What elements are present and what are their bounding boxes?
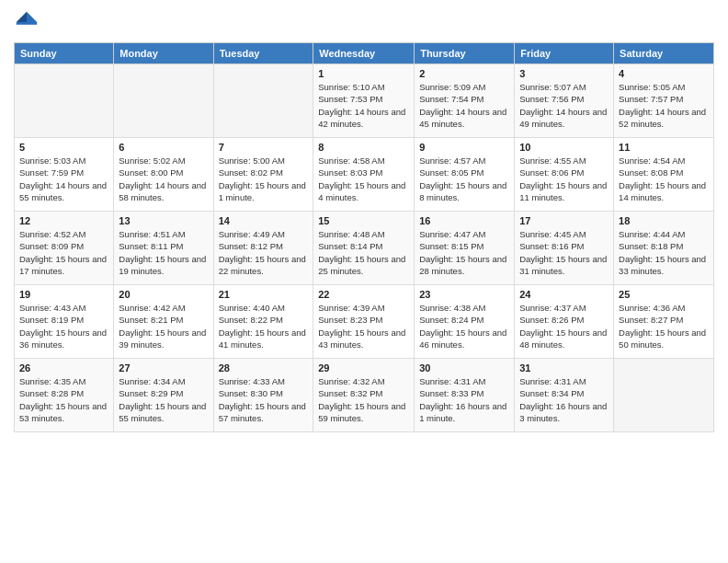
day-info: Sunrise: 4:42 AMSunset: 8:21 PMDaylight:… (119, 302, 208, 350)
weekday-header-friday: Friday (515, 43, 614, 64)
weekday-header-sunday: Sunday (15, 43, 114, 64)
day-number: 10 (519, 142, 609, 153)
svg-marker-1 (17, 12, 27, 22)
day-info: Sunrise: 4:37 AMSunset: 8:26 PMDaylight:… (519, 302, 609, 350)
calendar-cell: 20Sunrise: 4:42 AMSunset: 8:21 PMDayligh… (114, 285, 213, 359)
day-number: 23 (419, 289, 509, 300)
day-number: 15 (318, 215, 409, 226)
day-number: 3 (519, 68, 609, 79)
calendar-cell: 10Sunrise: 4:55 AMSunset: 8:06 PMDayligh… (515, 138, 614, 212)
day-number: 20 (119, 289, 208, 300)
day-info: Sunrise: 4:40 AMSunset: 8:22 PMDaylight:… (219, 302, 309, 350)
calendar-cell: 21Sunrise: 4:40 AMSunset: 8:22 PMDayligh… (213, 285, 313, 359)
day-number: 17 (519, 215, 609, 226)
calendar-cell: 14Sunrise: 4:49 AMSunset: 8:12 PMDayligh… (213, 212, 313, 285)
svg-marker-0 (27, 12, 37, 22)
day-info: Sunrise: 5:09 AMSunset: 7:54 PMDaylight:… (419, 81, 509, 130)
weekday-header-wednesday: Wednesday (313, 43, 415, 64)
page: SundayMondayTuesdayWednesdayThursdayFrid… (0, 0, 728, 563)
calendar-cell: 13Sunrise: 4:51 AMSunset: 8:11 PMDayligh… (114, 212, 213, 285)
day-info: Sunrise: 5:00 AMSunset: 8:02 PMDaylight:… (219, 155, 309, 203)
day-number: 18 (619, 215, 709, 226)
day-info: Sunrise: 4:33 AMSunset: 8:30 PMDaylight:… (219, 375, 309, 424)
calendar-cell: 25Sunrise: 4:36 AMSunset: 8:27 PMDayligh… (614, 285, 714, 359)
day-number: 12 (19, 215, 108, 226)
day-info: Sunrise: 5:03 AMSunset: 7:59 PMDaylight:… (19, 155, 108, 203)
calendar-cell (114, 64, 213, 138)
calendar-cell: 29Sunrise: 4:32 AMSunset: 8:32 PMDayligh… (313, 359, 415, 432)
day-info: Sunrise: 4:54 AMSunset: 8:08 PMDaylight:… (619, 155, 709, 203)
day-number: 31 (519, 362, 609, 373)
calendar-cell: 22Sunrise: 4:39 AMSunset: 8:23 PMDayligh… (313, 285, 415, 359)
day-info: Sunrise: 5:05 AMSunset: 7:57 PMDaylight:… (619, 81, 709, 130)
calendar-cell: 23Sunrise: 4:38 AMSunset: 8:24 PMDayligh… (415, 285, 515, 359)
calendar-cell: 15Sunrise: 4:48 AMSunset: 8:14 PMDayligh… (313, 212, 415, 285)
day-number: 26 (19, 362, 108, 373)
day-number: 24 (519, 289, 609, 300)
day-number: 2 (419, 68, 509, 79)
day-info: Sunrise: 4:45 AMSunset: 8:16 PMDaylight:… (519, 228, 609, 277)
weekday-header-monday: Monday (114, 43, 213, 64)
day-number: 22 (318, 289, 409, 300)
day-info: Sunrise: 4:34 AMSunset: 8:29 PMDaylight:… (119, 375, 208, 424)
day-info: Sunrise: 4:52 AMSunset: 8:09 PMDaylight:… (19, 228, 108, 277)
calendar-cell: 24Sunrise: 4:37 AMSunset: 8:26 PMDayligh… (515, 285, 614, 359)
day-info: Sunrise: 4:38 AMSunset: 8:24 PMDaylight:… (419, 302, 509, 350)
day-number: 14 (219, 215, 309, 226)
calendar-cell: 7Sunrise: 5:00 AMSunset: 8:02 PMDaylight… (213, 138, 313, 212)
day-number: 28 (219, 362, 309, 373)
day-number: 13 (119, 215, 208, 226)
day-number: 1 (318, 68, 409, 79)
day-number: 8 (318, 142, 409, 153)
calendar-cell: 26Sunrise: 4:35 AMSunset: 8:28 PMDayligh… (15, 359, 114, 432)
day-info: Sunrise: 5:10 AMSunset: 7:53 PMDaylight:… (318, 81, 409, 130)
day-number: 9 (419, 142, 509, 153)
day-info: Sunrise: 5:07 AMSunset: 7:56 PMDaylight:… (519, 81, 609, 130)
day-number: 11 (619, 142, 709, 153)
day-info: Sunrise: 4:35 AMSunset: 8:28 PMDaylight:… (19, 375, 108, 424)
calendar-cell: 30Sunrise: 4:31 AMSunset: 8:33 PMDayligh… (415, 359, 515, 432)
calendar-header-row: SundayMondayTuesdayWednesdayThursdayFrid… (15, 43, 714, 64)
day-info: Sunrise: 4:58 AMSunset: 8:03 PMDaylight:… (318, 155, 409, 203)
header (14, 9, 714, 35)
day-info: Sunrise: 4:31 AMSunset: 8:33 PMDaylight:… (419, 375, 509, 424)
calendar-cell: 16Sunrise: 4:47 AMSunset: 8:15 PMDayligh… (415, 212, 515, 285)
day-number: 29 (318, 362, 409, 373)
day-info: Sunrise: 4:51 AMSunset: 8:11 PMDaylight:… (119, 228, 208, 277)
calendar-cell: 27Sunrise: 4:34 AMSunset: 8:29 PMDayligh… (114, 359, 213, 432)
calendar-cell: 5Sunrise: 5:03 AMSunset: 7:59 PMDaylight… (15, 138, 114, 212)
day-info: Sunrise: 4:36 AMSunset: 8:27 PMDaylight:… (619, 302, 709, 350)
day-info: Sunrise: 4:48 AMSunset: 8:14 PMDaylight:… (318, 228, 409, 277)
calendar-cell: 17Sunrise: 4:45 AMSunset: 8:16 PMDayligh… (515, 212, 614, 285)
day-number: 4 (619, 68, 709, 79)
calendar-cell (15, 64, 114, 138)
day-number: 30 (419, 362, 509, 373)
calendar-cell (614, 359, 714, 432)
calendar-cell: 9Sunrise: 4:57 AMSunset: 8:05 PMDaylight… (415, 138, 515, 212)
calendar-week-1: 1Sunrise: 5:10 AMSunset: 7:53 PMDaylight… (15, 64, 714, 138)
day-number: 27 (119, 362, 208, 373)
day-info: Sunrise: 4:49 AMSunset: 8:12 PMDaylight:… (219, 228, 309, 277)
logo (14, 9, 43, 35)
logo-icon (14, 9, 40, 35)
calendar-cell: 18Sunrise: 4:44 AMSunset: 8:18 PMDayligh… (614, 212, 714, 285)
calendar-cell: 4Sunrise: 5:05 AMSunset: 7:57 PMDaylight… (614, 64, 714, 138)
calendar-week-2: 5Sunrise: 5:03 AMSunset: 7:59 PMDaylight… (15, 138, 714, 212)
calendar-cell: 6Sunrise: 5:02 AMSunset: 8:00 PMDaylight… (114, 138, 213, 212)
calendar-cell (213, 64, 313, 138)
day-number: 16 (419, 215, 509, 226)
calendar-week-3: 12Sunrise: 4:52 AMSunset: 8:09 PMDayligh… (15, 212, 714, 285)
weekday-header-saturday: Saturday (614, 43, 714, 64)
day-number: 19 (19, 289, 108, 300)
svg-rect-2 (17, 22, 37, 25)
day-number: 5 (19, 142, 108, 153)
day-info: Sunrise: 4:47 AMSunset: 8:15 PMDaylight:… (419, 228, 509, 277)
day-info: Sunrise: 4:55 AMSunset: 8:06 PMDaylight:… (519, 155, 609, 203)
day-number: 6 (119, 142, 208, 153)
weekday-header-thursday: Thursday (415, 43, 515, 64)
day-info: Sunrise: 4:43 AMSunset: 8:19 PMDaylight:… (19, 302, 108, 350)
calendar-cell: 8Sunrise: 4:58 AMSunset: 8:03 PMDaylight… (313, 138, 415, 212)
day-info: Sunrise: 5:02 AMSunset: 8:00 PMDaylight:… (119, 155, 208, 203)
calendar-cell: 19Sunrise: 4:43 AMSunset: 8:19 PMDayligh… (15, 285, 114, 359)
calendar-cell: 1Sunrise: 5:10 AMSunset: 7:53 PMDaylight… (313, 64, 415, 138)
